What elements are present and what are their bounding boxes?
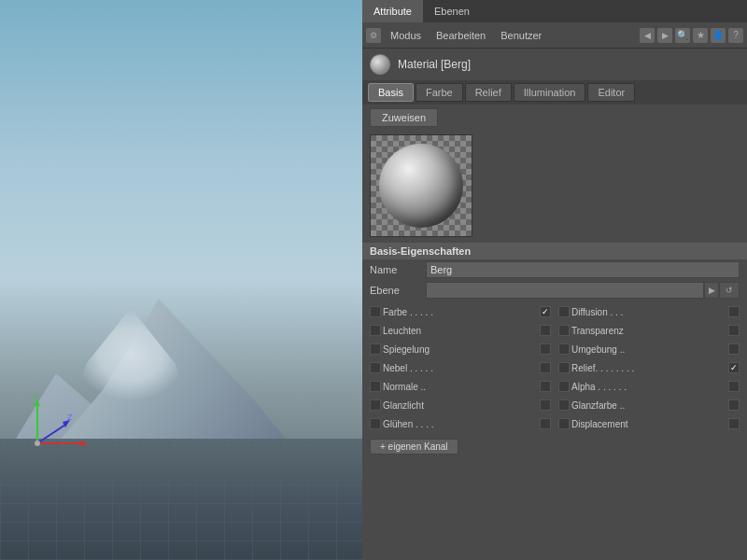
channel-leuchten: Leuchten <box>366 321 555 340</box>
channel-normale-checkbox[interactable] <box>370 381 381 392</box>
channel-glanzfarbe-check-right[interactable] <box>728 399 740 411</box>
svg-point-6 <box>35 441 40 446</box>
preview-sphere-container <box>370 134 472 237</box>
channel-glanzfarbe: Glanzfarbe .. <box>555 396 743 414</box>
channel-glanzlicht-label: Glanzlicht <box>383 400 538 411</box>
channel-normale: Normale .. <box>366 377 555 396</box>
sub-tab-illumination[interactable]: Illumination <box>514 83 586 102</box>
channel-nebel: Nebel . . . . . <box>366 358 555 377</box>
channel-transparenz: Transparenz <box>555 321 743 340</box>
name-label: Name <box>370 264 426 275</box>
toolbar-help-icon[interactable]: ? <box>728 28 743 43</box>
toolbar-back-icon[interactable]: ◀ <box>640 28 655 43</box>
zuweisen-button[interactable]: Zuweisen <box>370 108 438 127</box>
channel-nebel-label: Nebel . . . . . <box>383 363 538 373</box>
channel-spiegelung-label: Spiegelung <box>383 344 538 355</box>
sub-tab-basis[interactable]: Basis <box>368 83 414 102</box>
channel-relief-label: Relief. . . . . . . . <box>571 363 726 373</box>
channel-glanzfarbe-checkbox[interactable] <box>558 399 570 411</box>
svg-text:X: X <box>82 440 88 449</box>
channel-relief-checkbox[interactable] <box>558 362 570 373</box>
channel-transparenz-checkbox[interactable] <box>558 325 570 336</box>
svg-text:Z: Z <box>67 413 73 422</box>
channel-glanzlicht-checkbox[interactable] <box>370 399 381 411</box>
ebene-arrow-icon[interactable]: ▶ <box>704 282 719 299</box>
channel-leuchten-label: Leuchten <box>383 326 538 336</box>
sub-tab-farbe[interactable]: Farbe <box>416 83 463 102</box>
svg-text:Y: Y <box>33 392 38 401</box>
channel-farbe: Farbe . . . . . <box>366 302 555 321</box>
channel-normale-check-right[interactable] <box>540 381 551 392</box>
channel-displacement-checkbox[interactable] <box>558 418 570 429</box>
channel-glanzlicht: Glanzlicht <box>366 396 555 414</box>
right-panel: Attribute Ebenen ⚙ Modus Bearbeiten Benu… <box>362 0 747 560</box>
channel-gluehen-label: Glühen . . . . <box>383 419 538 429</box>
channel-glanzfarbe-label: Glanzfarbe .. <box>571 400 726 411</box>
tab-ebenen[interactable]: Ebenen <box>423 0 481 22</box>
channel-spiegelung: Spiegelung <box>366 340 555 358</box>
sub-tab-relief[interactable]: Relief <box>465 83 512 102</box>
sub-tabs: Basis Farbe Relief Illumination Editor <box>362 80 747 105</box>
channel-umgebung: Umgebung .. <box>555 340 743 358</box>
sub-tab-editor[interactable]: Editor <box>587 83 635 102</box>
channel-umgebung-checkbox[interactable] <box>558 343 570 355</box>
channel-farbe-check-right[interactable] <box>540 306 551 317</box>
channel-umgebung-label: Umgebung .. <box>571 344 726 355</box>
toolbar-forward-icon[interactable]: ▶ <box>657 28 672 43</box>
channel-spiegelung-check-right[interactable] <box>540 343 551 355</box>
svg-line-4 <box>37 425 65 443</box>
material-header: Material [Berg] <box>362 49 747 80</box>
section-header: Basis-Eigenschaften <box>362 243 747 259</box>
channel-spiegelung-checkbox[interactable] <box>370 343 381 355</box>
channel-transparenz-label: Transparenz <box>571 326 726 336</box>
channel-normale-label: Normale .. <box>383 382 538 392</box>
zuweisen-row: Zuweisen <box>362 105 747 131</box>
preview-area <box>362 131 747 241</box>
add-channel-button[interactable]: + eigenen Kanal <box>370 439 458 455</box>
name-property-row: Name <box>362 259 747 280</box>
channel-transparenz-check-right[interactable] <box>728 325 740 336</box>
channel-glanzlicht-check-right[interactable] <box>540 399 551 411</box>
channel-diffusion-checkbox[interactable] <box>558 306 570 317</box>
viewport-3d[interactable]: X Y Z <box>0 0 362 560</box>
channel-nebel-checkbox[interactable] <box>370 362 381 373</box>
toolbar-bearbeiten-btn[interactable]: Bearbeiten <box>430 28 491 43</box>
tab-attribute[interactable]: Attribute <box>362 0 423 22</box>
channel-umgebung-check-right[interactable] <box>728 343 740 355</box>
channel-diffusion: Diffusion . . . <box>555 302 743 321</box>
channel-leuchten-check-right[interactable] <box>540 325 551 336</box>
channel-gluehen-checkbox[interactable] <box>370 418 381 429</box>
add-channel-row: + eigenen Kanal <box>362 435 747 458</box>
channel-relief: Relief. . . . . . . . <box>555 358 743 377</box>
channel-displacement-check-right[interactable] <box>728 418 740 429</box>
toolbar-benutzer-btn[interactable]: Benutzer <box>495 28 547 43</box>
ebene-property-row: Ebene ▶ ↺ <box>362 280 747 301</box>
channel-alpha: Alpha . . . . . . <box>555 377 743 396</box>
ebene-field[interactable] <box>426 282 704 299</box>
channel-displacement: Displacement <box>555 414 743 433</box>
channel-diffusion-check-right[interactable] <box>728 306 740 317</box>
preview-sphere <box>379 144 463 228</box>
channel-displacement-label: Displacement <box>571 419 726 429</box>
channels-grid: Farbe . . . . .Diffusion . . .LeuchtenTr… <box>362 301 747 435</box>
channel-alpha-label: Alpha . . . . . . <box>571 382 726 392</box>
toolbar-modus-btn[interactable]: Modus <box>385 28 427 43</box>
toolbar-search-icon[interactable]: 🔍 <box>675 28 690 43</box>
channel-alpha-check-right[interactable] <box>728 381 740 392</box>
channel-farbe-label: Farbe . . . . . <box>383 307 538 317</box>
channel-nebel-check-right[interactable] <box>540 362 551 373</box>
toolbar-bookmark-icon[interactable]: ★ <box>693 28 708 43</box>
channel-alpha-checkbox[interactable] <box>558 381 570 392</box>
channel-diffusion-label: Diffusion . . . <box>571 307 726 317</box>
channel-leuchten-checkbox[interactable] <box>370 325 381 336</box>
channel-gluehen-check-right[interactable] <box>540 418 551 429</box>
toolbar-user-icon[interactable]: 👤 <box>711 28 726 43</box>
toolbar: ⚙ Modus Bearbeiten Benutzer ◀ ▶ 🔍 ★ 👤 ? <box>362 22 747 49</box>
ebene-nav-icon[interactable]: ↺ <box>719 282 740 299</box>
material-sphere-icon <box>370 54 390 75</box>
toolbar-settings-icon[interactable]: ⚙ <box>366 28 381 43</box>
name-input[interactable] <box>426 261 740 278</box>
axes-indicator: X Y Z <box>19 392 93 467</box>
channel-relief-check-right[interactable] <box>728 362 740 373</box>
channel-farbe-checkbox[interactable] <box>370 306 381 317</box>
